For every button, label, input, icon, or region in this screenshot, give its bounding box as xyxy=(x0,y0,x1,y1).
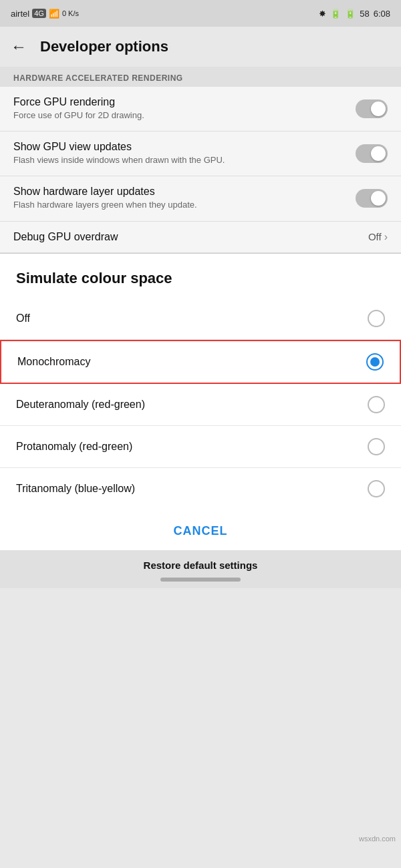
cancel-row: CANCEL xyxy=(0,509,401,550)
radio-monochromacy-label: Monochromacy xyxy=(17,356,90,368)
chevron-right-icon: › xyxy=(384,231,388,243)
hardware-layer-label: Show hardware layer updates xyxy=(13,186,345,198)
radio-deuteranomaly-label: Deuteranomaly (red-green) xyxy=(16,399,145,411)
network-type: 4G xyxy=(32,9,46,18)
radio-option-off[interactable]: Off xyxy=(0,298,401,340)
carrier-label: airtel xyxy=(11,9,29,19)
status-right: ✸ 🔋 🔋 58 6:08 xyxy=(319,9,390,19)
force-gpu-toggle[interactable] xyxy=(356,99,388,118)
hardware-layer-desc: Flash hardware layers green when they up… xyxy=(13,199,345,211)
radio-monochromacy-circle[interactable] xyxy=(366,353,384,371)
bottom-bar: Restore default settings xyxy=(0,550,401,588)
show-gpu-updates-desc: Flash views inside windows when drawn wi… xyxy=(13,154,345,166)
settings-list: Force GPU rendering Force use of GPU for… xyxy=(0,87,401,253)
restore-default-label[interactable]: Restore default settings xyxy=(0,560,401,571)
show-gpu-updates-toggle[interactable] xyxy=(356,144,388,163)
battery-level: 58 xyxy=(360,9,369,19)
dialog-container: Simulate colour space Off Monochromacy D… xyxy=(0,253,401,550)
home-indicator xyxy=(160,578,241,582)
radio-off-circle[interactable] xyxy=(368,310,385,327)
radio-option-tritanomaly[interactable]: Tritanomaly (blue-yellow) xyxy=(0,468,401,509)
radio-option-monochromacy[interactable]: Monochromacy xyxy=(0,340,401,384)
radio-protanomaly-label: Protanomaly (red-green) xyxy=(16,441,132,453)
bluetooth-icon: ✸ xyxy=(319,9,326,19)
signal-bars: 📶 xyxy=(49,9,59,19)
setting-force-gpu[interactable]: Force GPU rendering Force use of GPU for… xyxy=(0,87,401,132)
back-button[interactable]: ← xyxy=(11,37,27,56)
time-display: 6:08 xyxy=(374,9,390,19)
setting-hardware-layer[interactable]: Show hardware layer updates Flash hardwa… xyxy=(0,176,401,221)
battery-icon: 🔋 xyxy=(345,9,356,19)
debug-gpu-label: Debug GPU overdraw xyxy=(13,231,358,243)
radio-off-label: Off xyxy=(16,312,30,324)
radio-option-protanomaly[interactable]: Protanomaly (red-green) xyxy=(0,426,401,468)
setting-debug-gpu[interactable]: Debug GPU overdraw Off › xyxy=(0,222,401,253)
radio-tritanomaly-label: Tritanomaly (blue-yellow) xyxy=(16,483,135,495)
top-bar: ← Developer options xyxy=(0,27,401,67)
force-gpu-label: Force GPU rendering xyxy=(13,96,345,108)
radio-tritanomaly-circle[interactable] xyxy=(368,480,385,497)
dialog-title: Simulate colour space xyxy=(0,254,401,298)
page-title: Developer options xyxy=(40,38,168,55)
download-speed: 0 K/s xyxy=(62,9,79,17)
vibrate-icon: 🔋 xyxy=(330,9,341,19)
show-gpu-updates-label: Show GPU view updates xyxy=(13,141,345,153)
setting-show-gpu-updates[interactable]: Show GPU view updates Flash views inside… xyxy=(0,132,401,176)
cancel-button[interactable]: CANCEL xyxy=(174,524,228,538)
radio-deuteranomaly-circle[interactable] xyxy=(368,396,385,413)
watermark: wsxdn.com xyxy=(359,835,396,843)
force-gpu-desc: Force use of GPU for 2D drawing. xyxy=(13,110,345,122)
section-header: HARDWARE ACCELERATED RENDERING xyxy=(0,67,401,87)
radio-option-deuteranomaly[interactable]: Deuteranomaly (red-green) xyxy=(0,384,401,426)
status-bar: airtel 4G 📶 0 K/s ✸ 🔋 🔋 58 6:08 xyxy=(0,0,401,27)
status-left: airtel 4G 📶 0 K/s xyxy=(11,9,79,19)
hardware-layer-toggle[interactable] xyxy=(356,189,388,208)
debug-gpu-value: Off › xyxy=(368,231,388,243)
radio-protanomaly-circle[interactable] xyxy=(368,438,385,455)
